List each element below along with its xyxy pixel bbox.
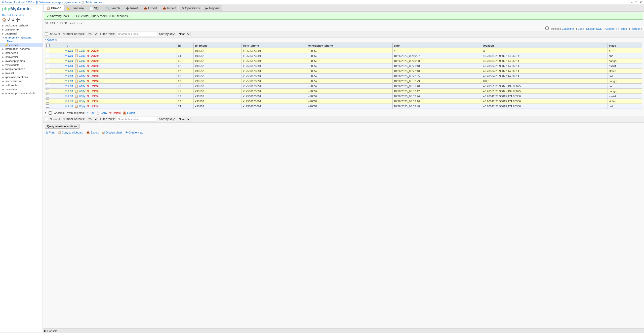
- sidebar-item-sampledatabase[interactable]: ▶sampledatabase: [0, 67, 43, 71]
- copy-row-btn[interactable]: 📋 Copy: [75, 64, 86, 67]
- row-checkbox[interactable]: [46, 84, 49, 87]
- copy-row-btn[interactable]: 📋 Copy: [75, 94, 86, 97]
- tab-structure[interactable]: 📐 Structure: [64, 5, 87, 11]
- row-checkbox[interactable]: [46, 49, 49, 52]
- row-checkbox[interactable]: [46, 69, 49, 72]
- edit-inline-link[interactable]: Edit inline: [562, 27, 574, 30]
- delete-row-btn[interactable]: 🗑 Delete: [87, 74, 99, 77]
- col-date[interactable]: date: [392, 43, 482, 48]
- delete-row-btn[interactable]: 🗑 Delete: [87, 94, 99, 97]
- filter-rows-input-top[interactable]: [117, 32, 157, 36]
- edit-row-btn[interactable]: ✏ Edit: [65, 79, 73, 82]
- home-icon[interactable]: 🏠: [2, 18, 6, 22]
- refresh-icon[interactable]: ↺: [7, 18, 10, 22]
- copy-row-btn[interactable]: 📋 Copy: [75, 49, 86, 52]
- edit-row-btn[interactable]: ✏ Edit: [65, 99, 73, 103]
- tab-operations[interactable]: ⚙ Operations: [179, 5, 203, 11]
- sidebar-item-emergency-assistant[interactable]: ▼emergency_assistant: [0, 36, 43, 40]
- copy-row-btn[interactable]: 📋 Copy: [75, 105, 86, 108]
- edit-row-btn[interactable]: ✏ Edit: [65, 84, 73, 87]
- sidebar-item-tvseriestracker[interactable]: ▶tvseriestracker: [0, 79, 43, 83]
- delete-row-btn[interactable]: 🗑 Delete: [87, 84, 99, 87]
- delete-row-btn[interactable]: 🗑 Delete: [87, 69, 99, 72]
- explain-sql-link[interactable]: Explain SQL: [586, 27, 602, 30]
- show-all-checkbox-bottom[interactable]: [45, 118, 48, 121]
- options-link-top[interactable]: + Options: [43, 38, 644, 42]
- delete-row-btn[interactable]: 🗑 Delete: [87, 54, 99, 57]
- copy-row-btn[interactable]: 📋 Copy: [75, 99, 86, 103]
- restore-btn[interactable]: □: [634, 1, 638, 4]
- col-class[interactable]: class: [608, 43, 642, 48]
- edit-row-btn[interactable]: ✏ Edit: [65, 59, 73, 62]
- check-all-label[interactable]: Check all: [54, 111, 65, 114]
- num-rows-select-top[interactable]: 2550100250500: [87, 32, 98, 36]
- copy-row-btn[interactable]: 📋 Copy: [75, 84, 86, 87]
- delete-row-btn[interactable]: 🗑 Delete: [87, 89, 99, 92]
- copy-row-btn[interactable]: 📋 Copy: [75, 74, 86, 77]
- row-checkbox[interactable]: [46, 54, 49, 57]
- sidebar-table-entries[interactable]: 🔑entries: [0, 43, 43, 47]
- create-php-code-link[interactable]: Create PHP code: [606, 27, 627, 30]
- sidebar-item-reviewsdata[interactable]: ▶reviewsdata: [0, 63, 43, 67]
- row-checkbox[interactable]: [46, 74, 49, 77]
- delete-row-btn[interactable]: 🗑 Delete: [87, 99, 99, 103]
- tab-import[interactable]: 📥 Import: [160, 5, 178, 11]
- row-checkbox[interactable]: [46, 89, 49, 92]
- profiling-checkbox[interactable]: [545, 26, 549, 30]
- copy-row-btn[interactable]: 📋 Copy: [75, 59, 86, 62]
- delete-selected-btn[interactable]: 🗑 Delete: [109, 111, 121, 114]
- num-rows-select-bottom[interactable]: 2550100: [87, 117, 98, 121]
- sidebar-item-savelist[interactable]: ▶savelist: [0, 71, 43, 75]
- delete-row-btn[interactable]: 🗑 Delete: [87, 64, 99, 67]
- sidebar-item-brainstormx[interactable]: ▶brainstormx: [0, 27, 43, 31]
- copy-to-clipboard-link[interactable]: 📋 Copy to clipboard: [58, 131, 84, 134]
- row-checkbox[interactable]: [46, 99, 49, 103]
- print-link[interactable]: 🖨 Print: [45, 131, 55, 134]
- edit-row-btn[interactable]: ✏ Edit: [65, 94, 73, 97]
- sort-by-key-select-bottom[interactable]: None: [177, 117, 190, 121]
- sidebar-item-iotservices[interactable]: ▶iotservices: [0, 51, 43, 55]
- select-all-top[interactable]: [46, 44, 50, 47]
- edit-row-btn[interactable]: ✏ Edit: [65, 54, 73, 57]
- close-btn[interactable]: ✕: [638, 1, 643, 4]
- edit-selected-btn[interactable]: ✏ Edit: [87, 111, 94, 115]
- sidebar-item-whatsappconnectionhub[interactable]: ▶whatsappconnectionhub: [0, 91, 43, 95]
- copy-row-btn[interactable]: 📋 Copy: [75, 79, 86, 82]
- delete-row-btn[interactable]: 🗑 Delete: [87, 59, 99, 62]
- delete-row-btn[interactable]: 🗑 Delete: [87, 49, 99, 52]
- edit-row-btn[interactable]: ✏ Edit: [65, 89, 73, 92]
- col-location[interactable]: location: [482, 43, 608, 48]
- tab-triggers[interactable]: ▶ Triggers: [203, 5, 222, 11]
- sidebar-item-usersdata[interactable]: ▶usersdata: [0, 87, 43, 91]
- copy-row-btn[interactable]: 📋 Copy: [75, 54, 86, 57]
- sidebar-item-isbnverifier[interactable]: ▶isbnverifier: [0, 55, 43, 59]
- col-id[interactable]: id: [177, 43, 194, 48]
- display-chart-link[interactable]: 📊 Display chart: [102, 131, 122, 134]
- row-checkbox[interactable]: [46, 104, 49, 108]
- delete-row-btn[interactable]: 🗑 Delete: [87, 105, 99, 108]
- tab-browse[interactable]: 📋 Browse: [44, 5, 64, 11]
- row-checkbox[interactable]: [46, 79, 49, 82]
- query-results-ops-btn[interactable]: Query results operations: [45, 124, 79, 129]
- create-view-link[interactable]: 👁 Create view: [125, 131, 143, 134]
- copy-row-btn[interactable]: 📋 Copy: [75, 89, 86, 92]
- export-link[interactable]: 📤 Export: [86, 131, 99, 134]
- row-checkbox[interactable]: [46, 64, 49, 67]
- edit-link[interactable]: Edit: [578, 27, 582, 30]
- edit-row-btn[interactable]: ✏ Edit: [65, 64, 73, 67]
- favorites-link[interactable]: Favorites: [12, 14, 24, 17]
- edit-row-btn[interactable]: ✏ Edit: [65, 74, 73, 77]
- sidebar-item-javascriptgames[interactable]: ▶javascriptgames: [0, 59, 43, 63]
- tab-insert[interactable]: ➕ Insert: [123, 5, 141, 11]
- sort-by-key-select-top[interactable]: None: [177, 32, 190, 36]
- edit-row-btn[interactable]: ✏ Edit: [65, 69, 73, 72]
- col-sort-arrows[interactable]: ↑↓: [64, 43, 177, 48]
- row-checkbox[interactable]: [46, 59, 49, 62]
- add-icon[interactable]: ➕: [16, 18, 20, 22]
- edit-row-btn[interactable]: ✏ Edit: [65, 49, 73, 52]
- settings-icon[interactable]: ⚙: [11, 18, 15, 22]
- refresh-link[interactable]: Refresh: [631, 27, 640, 30]
- sidebar-item-specialapplications[interactable]: ▶specialapplications: [0, 75, 43, 79]
- copy-row-btn[interactable]: 📋 Copy: [75, 69, 86, 72]
- sidebar-new-table[interactable]: New: [0, 40, 43, 43]
